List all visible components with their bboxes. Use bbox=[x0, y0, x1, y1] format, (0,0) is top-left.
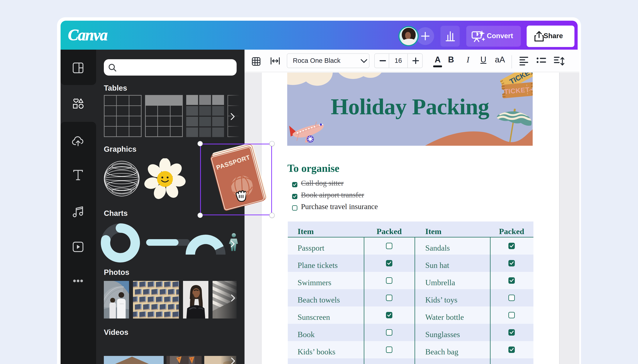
svg-text:Canva: Canva bbox=[68, 26, 107, 44]
